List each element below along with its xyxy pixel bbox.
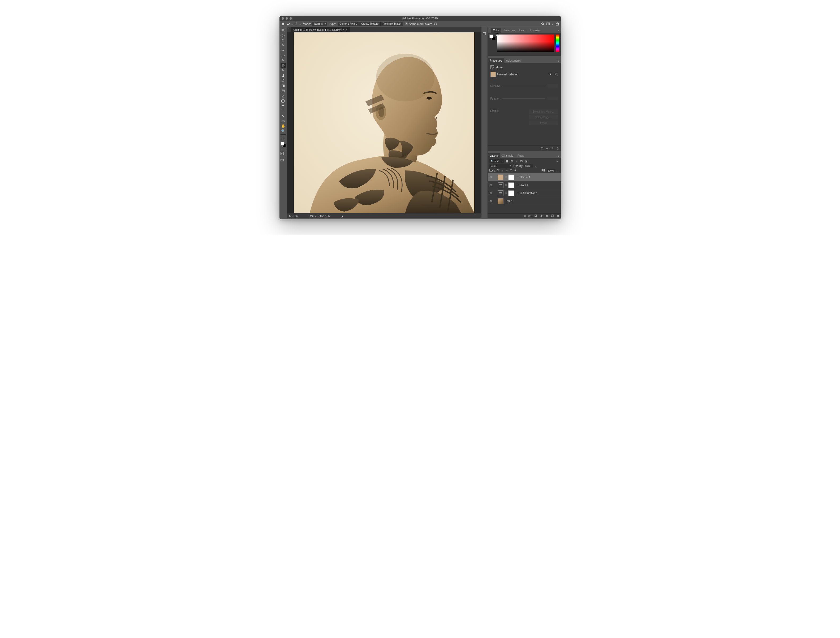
lock-all-icon[interactable] <box>514 169 517 172</box>
frame-tool[interactable]: ▭ <box>281 53 286 58</box>
tab-paths[interactable]: Paths <box>515 153 527 158</box>
load-selection-icon[interactable]: ⊡ <box>541 147 543 150</box>
tab-channels[interactable]: Channels <box>500 153 515 158</box>
lock-transparent-icon[interactable] <box>497 169 500 172</box>
statusbar-arrow-icon[interactable]: ❯ <box>341 215 343 217</box>
color-swatches[interactable] <box>281 142 286 147</box>
hand-tool[interactable]: ✋ <box>281 123 286 128</box>
screen-mode-icon[interactable] <box>279 158 285 163</box>
canvas-viewport[interactable] <box>287 32 481 214</box>
dodge-tool[interactable]: ◯ <box>281 98 286 103</box>
marquee-tool[interactable]: ◌ <box>281 33 286 38</box>
color-field[interactable] <box>497 35 554 52</box>
apply-mask-icon[interactable]: ◆ <box>546 147 548 150</box>
layer-thumbnail[interactable] <box>497 190 504 196</box>
opacity-input[interactable]: 60% <box>524 165 533 168</box>
type-tool[interactable]: T <box>281 108 286 113</box>
eyedropper-tool[interactable]: ✎ <box>281 58 286 63</box>
tab-layers[interactable]: Layers <box>488 153 500 158</box>
mask-thumbnail[interactable] <box>508 182 514 188</box>
filter-type-icon[interactable]: T <box>515 160 518 163</box>
layer-thumbnail[interactable] <box>497 198 504 204</box>
filter-pixel-icon[interactable] <box>505 160 509 163</box>
filter-toggle-icon[interactable] <box>556 160 559 163</box>
lock-position-icon[interactable] <box>505 169 508 172</box>
link-icon[interactable]: ⛓ <box>505 192 507 194</box>
visibility-toggle-icon[interactable]: 👁 <box>489 184 493 187</box>
doc-size[interactable]: Doc: 21.6M/43.2M <box>309 215 330 217</box>
brush-tool[interactable]: ✎ <box>281 68 286 73</box>
filter-adjustment-icon[interactable] <box>510 160 513 163</box>
link-layers-icon[interactable]: ⧉ <box>524 215 526 218</box>
tab-adjustments[interactable]: Adjustments <box>504 58 523 63</box>
history-panel-icon[interactable] <box>483 32 486 36</box>
vector-mask-icon[interactable] <box>554 73 558 76</box>
layer-row[interactable]: 👁⛓Color Fill 1 <box>488 173 561 181</box>
tab-learn[interactable]: Learn <box>517 28 528 33</box>
new-layer-icon[interactable] <box>551 214 554 218</box>
chevron-down-icon[interactable]: ⌄ <box>551 22 554 25</box>
layer-row[interactable]: 👁⛓Curves 1 <box>488 181 561 189</box>
eraser-tool[interactable]: ◨ <box>281 83 286 88</box>
tab-color[interactable]: Color <box>491 28 502 33</box>
blur-tool[interactable]: △ <box>281 93 286 98</box>
gradient-tool[interactable]: ▤ <box>281 88 286 93</box>
quick-select-tool[interactable]: ✎ <box>281 43 286 48</box>
chevron-down-icon[interactable]: ⌄ <box>534 165 537 168</box>
history-brush-tool[interactable]: ↺ <box>281 78 286 83</box>
brush-size-indicator[interactable]: ●9 <box>296 22 297 26</box>
pixel-mask-icon[interactable] <box>549 73 552 76</box>
collapse-icon[interactable]: « <box>281 217 282 219</box>
chevron-down-icon[interactable]: ⌄ <box>299 22 301 25</box>
lock-image-icon[interactable] <box>501 169 504 172</box>
tab-swatches[interactable]: Swatches <box>501 28 517 33</box>
lasso-tool[interactable]: 𝘘 <box>281 38 286 43</box>
filter-smart-icon[interactable] <box>524 160 528 163</box>
blend-mode-select[interactable]: Color <box>489 164 512 168</box>
layer-fx-icon[interactable]: fx▾ <box>528 215 532 217</box>
new-adjustment-icon[interactable] <box>540 214 543 218</box>
chevron-down-icon[interactable]: ⌄ <box>557 169 559 172</box>
layer-row[interactable]: 👁⛓Hue/Saturation 1 <box>488 189 561 197</box>
search-icon[interactable] <box>541 22 545 26</box>
create-texture-button[interactable]: Create Texture <box>359 22 381 26</box>
panel-menu-icon[interactable]: ≡ <box>556 154 561 158</box>
proximity-match-button[interactable]: Proximity Match <box>381 22 403 26</box>
path-select-tool[interactable]: ↖ <box>281 113 286 119</box>
panel-menu-icon[interactable]: ≡ <box>556 59 561 63</box>
mask-thumbnail[interactable] <box>508 174 514 180</box>
collapse-icon[interactable]: « <box>489 28 490 30</box>
blend-mode-select[interactable]: Normal <box>313 22 327 26</box>
visibility-toggle-icon[interactable]: 👁 <box>489 199 493 203</box>
workspace-icon[interactable] <box>546 22 550 26</box>
layer-row[interactable]: 👁start <box>488 197 561 205</box>
add-mask-icon[interactable] <box>534 214 537 218</box>
move-tool[interactable]: ✥ <box>281 28 286 33</box>
ellipsis-icon[interactable]: ⋯ <box>279 135 285 141</box>
color-fgbg-swatches[interactable] <box>489 35 495 40</box>
visibility-toggle-icon[interactable]: 👁 <box>489 176 493 179</box>
delete-layer-icon[interactable] <box>557 214 559 218</box>
delete-mask-icon[interactable]: 🗑 <box>556 147 559 150</box>
document-tab[interactable]: Untitled-1 @ 66.7% (Color Fill 1, RGB/8*… <box>291 27 350 32</box>
tab-properties[interactable]: Properties <box>488 58 504 63</box>
canvas[interactable] <box>294 32 474 213</box>
sample-all-layers-checkbox[interactable]: Sample All Layers <box>405 22 432 25</box>
layer-thumbnail[interactable] <box>497 182 504 188</box>
layer-filter-select[interactable]: 🔍Kind <box>489 159 504 163</box>
foreground-color-swatch[interactable] <box>489 35 493 38</box>
close-tab-icon[interactable]: × <box>346 28 347 31</box>
pressure-icon[interactable] <box>434 22 437 26</box>
crop-tool[interactable]: ✂ <box>281 48 286 53</box>
filter-shape-icon[interactable] <box>519 160 523 163</box>
pen-tool[interactable]: ✒ <box>281 103 286 108</box>
chevron-down-icon[interactable]: ⌄ <box>292 22 294 25</box>
content-aware-button[interactable]: Content-Aware <box>338 22 359 26</box>
collapse-icon[interactable]: « <box>288 27 289 30</box>
link-icon[interactable]: ⛓ <box>505 176 507 178</box>
link-icon[interactable]: ⛓ <box>505 184 507 186</box>
mask-thumbnail[interactable] <box>508 190 514 196</box>
hue-slider[interactable] <box>556 35 559 52</box>
spot-heal-tool[interactable]: ◍ <box>281 63 286 68</box>
rectangle-tool[interactable]: ▭ <box>281 119 286 123</box>
